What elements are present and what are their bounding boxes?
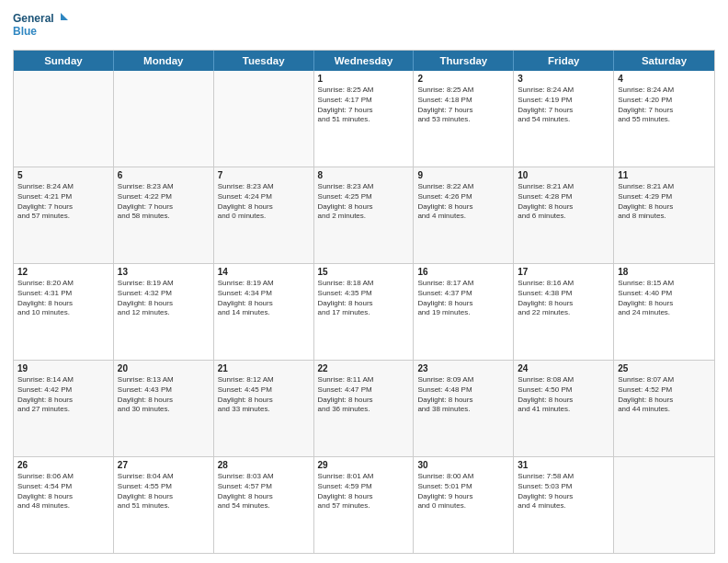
day-cell-30: 30Sunrise: 8:00 AM Sunset: 5:01 PM Dayli…: [414, 457, 514, 553]
day-cell-28: 28Sunrise: 8:03 AM Sunset: 4:57 PM Dayli…: [214, 457, 314, 553]
day-info: Sunrise: 8:21 AM Sunset: 4:28 PM Dayligh…: [518, 182, 609, 222]
day-cell-1: 1Sunrise: 8:25 AM Sunset: 4:17 PM Daylig…: [314, 71, 415, 167]
day-number: 13: [118, 267, 210, 277]
day-info: Sunrise: 8:09 AM Sunset: 4:48 PM Dayligh…: [417, 375, 509, 415]
day-info: Sunrise: 8:25 AM Sunset: 4:18 PM Dayligh…: [417, 86, 509, 125]
day-cell-14: 14Sunrise: 8:19 AM Sunset: 4:34 PM Dayli…: [214, 264, 314, 360]
day-info: Sunrise: 8:04 AM Sunset: 4:55 PM Dayligh…: [118, 472, 210, 511]
day-info: Sunrise: 8:08 AM Sunset: 4:50 PM Dayligh…: [518, 375, 609, 415]
day-number: 6: [118, 170, 210, 180]
day-info: Sunrise: 8:19 AM Sunset: 4:34 PM Dayligh…: [218, 279, 310, 318]
day-cell-12: 12Sunrise: 8:20 AM Sunset: 4:31 PM Dayli…: [14, 264, 114, 360]
calendar: SundayMondayTuesdayWednesdayThursdayFrid…: [13, 50, 715, 554]
day-cell-19: 19Sunrise: 8:14 AM Sunset: 4:42 PM Dayli…: [14, 361, 114, 456]
day-info: Sunrise: 8:11 AM Sunset: 4:47 PM Dayligh…: [318, 375, 410, 415]
day-number: 5: [17, 170, 109, 180]
day-number: 25: [618, 363, 711, 373]
day-number: 24: [518, 363, 609, 373]
day-number: 31: [518, 460, 609, 470]
day-number: 29: [318, 460, 410, 470]
calendar-row-3: 19Sunrise: 8:14 AM Sunset: 4:42 PM Dayli…: [14, 360, 714, 456]
day-cell-29: 29Sunrise: 8:01 AM Sunset: 4:59 PM Dayli…: [314, 457, 415, 553]
day-info: Sunrise: 8:07 AM Sunset: 4:52 PM Dayligh…: [618, 375, 711, 415]
day-number: 26: [17, 460, 109, 470]
day-number: 20: [118, 363, 210, 373]
day-number: 7: [218, 170, 310, 180]
day-number: 10: [518, 170, 609, 180]
logo-svg: General Blue: [13, 9, 68, 42]
day-cell-27: 27Sunrise: 8:04 AM Sunset: 4:55 PM Dayli…: [114, 457, 214, 553]
day-info: Sunrise: 8:18 AM Sunset: 4:35 PM Dayligh…: [318, 279, 410, 318]
calendar-row-0: 1Sunrise: 8:25 AM Sunset: 4:17 PM Daylig…: [14, 71, 714, 167]
day-info: Sunrise: 8:12 AM Sunset: 4:45 PM Dayligh…: [218, 375, 310, 415]
day-info: Sunrise: 8:20 AM Sunset: 4:31 PM Dayligh…: [17, 279, 109, 318]
day-info: Sunrise: 8:23 AM Sunset: 4:24 PM Dayligh…: [218, 182, 310, 222]
day-number: 4: [618, 74, 711, 84]
day-number: 22: [318, 363, 410, 373]
svg-marker-2: [61, 13, 68, 20]
day-cell-9: 9Sunrise: 8:22 AM Sunset: 4:26 PM Daylig…: [414, 167, 514, 263]
day-info: Sunrise: 8:24 AM Sunset: 4:20 PM Dayligh…: [618, 86, 711, 125]
day-cell-24: 24Sunrise: 8:08 AM Sunset: 4:50 PM Dayli…: [514, 361, 614, 456]
day-info: Sunrise: 8:16 AM Sunset: 4:38 PM Dayligh…: [518, 279, 609, 318]
day-number: 23: [417, 363, 509, 373]
empty-cell: [14, 71, 114, 167]
day-number: 11: [618, 170, 711, 180]
day-info: Sunrise: 8:03 AM Sunset: 4:57 PM Dayligh…: [218, 472, 310, 511]
day-cell-6: 6Sunrise: 8:23 AM Sunset: 4:22 PM Daylig…: [114, 167, 214, 263]
calendar-row-4: 26Sunrise: 8:06 AM Sunset: 4:54 PM Dayli…: [14, 456, 714, 553]
day-number: 12: [17, 267, 109, 277]
day-info: Sunrise: 8:17 AM Sunset: 4:37 PM Dayligh…: [417, 279, 509, 318]
svg-text:General: General: [13, 12, 54, 25]
day-number: 17: [518, 267, 609, 277]
day-cell-8: 8Sunrise: 8:23 AM Sunset: 4:25 PM Daylig…: [314, 167, 415, 263]
header-day-sunday: Sunday: [14, 51, 114, 71]
day-info: Sunrise: 7:58 AM Sunset: 5:03 PM Dayligh…: [518, 472, 609, 511]
day-number: 21: [218, 363, 310, 373]
header-day-saturday: Saturday: [614, 51, 714, 71]
calendar-body: 1Sunrise: 8:25 AM Sunset: 4:17 PM Daylig…: [14, 71, 714, 553]
svg-text:Blue: Blue: [13, 25, 37, 38]
calendar-row-1: 5Sunrise: 8:24 AM Sunset: 4:21 PM Daylig…: [14, 167, 714, 263]
day-info: Sunrise: 8:14 AM Sunset: 4:42 PM Dayligh…: [17, 375, 109, 415]
day-cell-13: 13Sunrise: 8:19 AM Sunset: 4:32 PM Dayli…: [114, 264, 214, 360]
day-info: Sunrise: 8:19 AM Sunset: 4:32 PM Dayligh…: [118, 279, 210, 318]
day-number: 2: [417, 74, 509, 84]
day-info: Sunrise: 8:01 AM Sunset: 4:59 PM Dayligh…: [318, 472, 410, 511]
day-info: Sunrise: 8:23 AM Sunset: 4:25 PM Dayligh…: [318, 182, 410, 222]
day-number: 14: [218, 267, 310, 277]
day-info: Sunrise: 8:25 AM Sunset: 4:17 PM Dayligh…: [318, 86, 410, 125]
day-cell-18: 18Sunrise: 8:15 AM Sunset: 4:40 PM Dayli…: [614, 264, 714, 360]
day-cell-15: 15Sunrise: 8:18 AM Sunset: 4:35 PM Dayli…: [314, 264, 415, 360]
day-cell-25: 25Sunrise: 8:07 AM Sunset: 4:52 PM Dayli…: [614, 361, 714, 456]
day-cell-2: 2Sunrise: 8:25 AM Sunset: 4:18 PM Daylig…: [414, 71, 514, 167]
day-number: 30: [417, 460, 509, 470]
empty-cell: [614, 457, 714, 553]
day-number: 28: [218, 460, 310, 470]
day-info: Sunrise: 8:15 AM Sunset: 4:40 PM Dayligh…: [618, 279, 711, 318]
day-cell-17: 17Sunrise: 8:16 AM Sunset: 4:38 PM Dayli…: [514, 264, 614, 360]
day-info: Sunrise: 8:13 AM Sunset: 4:43 PM Dayligh…: [118, 375, 210, 415]
day-number: 3: [518, 74, 609, 84]
header-day-tuesday: Tuesday: [214, 51, 314, 71]
page: General Blue SundayMondayTuesdayWednesda…: [0, 0, 728, 563]
day-info: Sunrise: 8:00 AM Sunset: 5:01 PM Dayligh…: [417, 472, 509, 511]
empty-cell: [214, 71, 314, 167]
day-cell-7: 7Sunrise: 8:23 AM Sunset: 4:24 PM Daylig…: [214, 167, 314, 263]
day-number: 27: [118, 460, 210, 470]
day-number: 15: [318, 267, 410, 277]
day-cell-31: 31Sunrise: 7:58 AM Sunset: 5:03 PM Dayli…: [514, 457, 614, 553]
day-number: 18: [618, 267, 711, 277]
empty-cell: [114, 71, 214, 167]
day-info: Sunrise: 8:24 AM Sunset: 4:19 PM Dayligh…: [518, 86, 609, 125]
logo: General Blue: [13, 9, 68, 42]
day-number: 9: [417, 170, 509, 180]
day-info: Sunrise: 8:24 AM Sunset: 4:21 PM Dayligh…: [17, 182, 109, 222]
day-number: 19: [17, 363, 109, 373]
day-cell-3: 3Sunrise: 8:24 AM Sunset: 4:19 PM Daylig…: [514, 71, 614, 167]
calendar-row-2: 12Sunrise: 8:20 AM Sunset: 4:31 PM Dayli…: [14, 263, 714, 360]
day-cell-22: 22Sunrise: 8:11 AM Sunset: 4:47 PM Dayli…: [314, 361, 415, 456]
day-info: Sunrise: 8:21 AM Sunset: 4:29 PM Dayligh…: [618, 182, 711, 222]
day-cell-21: 21Sunrise: 8:12 AM Sunset: 4:45 PM Dayli…: [214, 361, 314, 456]
day-number: 1: [318, 74, 410, 84]
